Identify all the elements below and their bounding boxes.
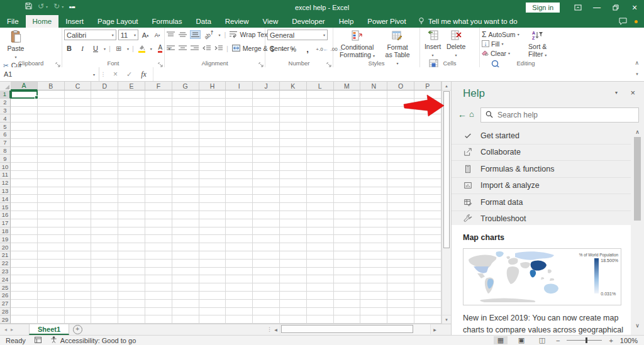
help-pane-close-icon[interactable]: ×: [630, 88, 635, 97]
column-header-K[interactable]: K: [280, 82, 307, 90]
alignment-dialog-launcher-icon[interactable]: [258, 61, 264, 66]
decrease-font-icon[interactable]: A▾: [152, 30, 162, 40]
row-header-10[interactable]: 10: [0, 163, 11, 171]
row-header-14[interactable]: 14: [0, 195, 11, 203]
row-header-1[interactable]: 1: [0, 90, 11, 99]
page-layout-view-icon[interactable]: ▣: [514, 336, 528, 344]
select-all-button[interactable]: [0, 82, 11, 91]
help-item-collaborate[interactable]: Collaborate: [452, 144, 631, 161]
tab-power-pivot[interactable]: Power Pivot: [360, 15, 413, 28]
sheet-cells[interactable]: [11, 90, 441, 324]
redo-caret-icon[interactable]: ▾: [62, 4, 64, 9]
horizontal-scrollbar[interactable]: ◀ ▶: [272, 324, 439, 334]
column-header-P[interactable]: P: [414, 82, 441, 90]
tab-home[interactable]: Home: [26, 15, 59, 28]
row-header-13[interactable]: 13: [0, 187, 11, 195]
row-header-24[interactable]: 24: [0, 275, 11, 283]
name-box[interactable]: A1▾: [0, 67, 99, 81]
row-header-4[interactable]: 4: [0, 114, 11, 123]
tell-me-box[interactable]: Tell me what you want to do: [418, 15, 518, 28]
help-back-icon[interactable]: ←: [458, 109, 467, 119]
top-align-icon[interactable]: [167, 31, 175, 38]
row-header-7[interactable]: 7: [0, 139, 11, 147]
help-scroll-up-icon[interactable]: ∧: [633, 128, 642, 136]
sign-in-button[interactable]: Sign in: [526, 3, 560, 13]
help-item-import-analyze[interactable]: Import & analyze: [452, 177, 631, 194]
scroll-right-icon[interactable]: ▶: [431, 324, 439, 334]
row-header-20[interactable]: 20: [0, 243, 11, 251]
align-right-icon[interactable]: [191, 45, 199, 52]
column-header-E[interactable]: E: [118, 82, 145, 90]
row-header-22[interactable]: 22: [0, 260, 11, 268]
column-header-F[interactable]: F: [145, 82, 172, 90]
row-header-27[interactable]: 27: [0, 300, 11, 308]
accounting-caret-icon[interactable]: ▾: [282, 47, 284, 52]
row-header-21[interactable]: 21: [0, 251, 11, 260]
tab-data[interactable]: Data: [189, 15, 218, 28]
macro-record-icon[interactable]: [35, 337, 42, 344]
sheet-nav-right-icon[interactable]: ▸: [6, 324, 18, 335]
clear-button[interactable]: Clear▾: [482, 48, 519, 58]
scroll-down-icon[interactable]: ▼: [442, 315, 451, 324]
help-scroll-thumb[interactable]: [634, 137, 641, 221]
font-color-icon[interactable]: A: [155, 43, 165, 53]
horizontal-scroll-thumb[interactable]: [281, 325, 413, 333]
help-pane-caret-icon[interactable]: ▾: [615, 90, 618, 96]
tab-formulas[interactable]: Formulas: [145, 15, 189, 28]
font-size-combo[interactable]: 11▾: [118, 30, 138, 40]
row-header-8[interactable]: 8: [0, 147, 11, 155]
help-item-format-data[interactable]: Format data: [452, 194, 631, 211]
accessibility-status[interactable]: Accessibility: Good to go: [50, 336, 136, 344]
fill-button[interactable]: ↓Fill▾: [482, 39, 519, 48]
redo-icon[interactable]: ↻: [53, 2, 60, 11]
column-header-G[interactable]: G: [172, 82, 199, 90]
accounting-format-icon[interactable]: $: [267, 44, 277, 54]
row-header-19[interactable]: 19: [0, 235, 11, 243]
tab-view[interactable]: View: [256, 15, 286, 28]
row-header-25[interactable]: 25: [0, 283, 11, 292]
scroll-left-icon[interactable]: ◀: [272, 324, 280, 334]
zoom-level[interactable]: 100%: [620, 337, 638, 344]
help-pane-scrollbar[interactable]: ∧ ∨: [633, 128, 642, 330]
autosum-button[interactable]: ΣAutoSum▾: [482, 30, 519, 39]
align-left-icon[interactable]: [167, 45, 175, 52]
close-button[interactable]: ×: [625, 0, 644, 15]
tab-file[interactable]: File: [0, 15, 26, 28]
ribbon-display-options-icon[interactable]: [569, 0, 587, 15]
help-home-icon[interactable]: ⌂: [469, 109, 474, 119]
bottom-align-icon[interactable]: [191, 31, 200, 38]
undo-icon[interactable]: ↺: [38, 2, 44, 11]
insert-function-icon[interactable]: fx: [141, 70, 147, 79]
underline-caret-icon[interactable]: ▾: [104, 47, 106, 51]
delete-cells-button[interactable]: Delete▾: [445, 30, 467, 58]
row-header-18[interactable]: 18: [0, 227, 11, 236]
cancel-icon[interactable]: ×: [113, 70, 118, 79]
formula-input[interactable]: [153, 67, 630, 81]
save-icon[interactable]: [25, 3, 32, 11]
align-center-icon[interactable]: [179, 45, 187, 52]
tab-developer[interactable]: Developer: [285, 15, 331, 28]
page-break-view-icon[interactable]: ◫: [535, 336, 549, 344]
formula-bar-grip[interactable]: ⋮: [99, 67, 107, 81]
tab-insert[interactable]: Insert: [58, 15, 91, 28]
column-header-A[interactable]: A: [11, 82, 38, 90]
normal-view-icon[interactable]: ▦: [494, 336, 508, 344]
borders-caret-icon[interactable]: ▾: [127, 47, 129, 51]
selected-cell-A1[interactable]: [11, 90, 38, 99]
number-dialog-launcher-icon[interactable]: [326, 61, 331, 66]
comma-style-icon[interactable]: ,: [303, 44, 313, 54]
row-header-2[interactable]: 2: [0, 99, 11, 107]
row-header-9[interactable]: 9: [0, 155, 11, 163]
row-header-5[interactable]: 5: [0, 123, 11, 131]
expand-formula-bar-icon[interactable]: ▾: [630, 67, 644, 81]
borders-icon[interactable]: ⊞: [114, 43, 124, 53]
row-header-11[interactable]: 11: [0, 171, 11, 179]
conditional-formatting-button[interactable]: Conditional Formatting ▾: [335, 30, 379, 59]
help-item-get-started[interactable]: Get started: [452, 128, 631, 144]
row-header-15[interactable]: 15: [0, 203, 11, 211]
column-header-I[interactable]: I: [226, 82, 253, 90]
font-name-combo[interactable]: Calibri▾: [64, 30, 116, 40]
help-item-formulas-functions[interactable]: Formulas & functions: [452, 160, 631, 177]
orientation-icon[interactable]: ab↗: [203, 29, 216, 41]
scroll-up-icon[interactable]: ▲: [442, 82, 451, 90]
